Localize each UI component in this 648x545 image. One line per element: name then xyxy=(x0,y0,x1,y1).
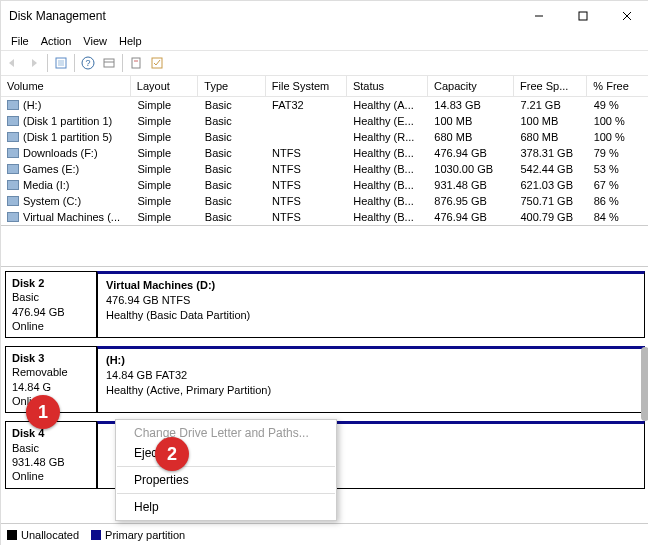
menu-eject[interactable]: Eject xyxy=(116,443,336,463)
table-row[interactable]: System (C:)SimpleBasicNTFSHealthy (B...8… xyxy=(1,193,648,209)
annotation-marker-1: 1 xyxy=(26,395,60,429)
legend: Unallocated Primary partition xyxy=(1,523,648,545)
column-pct-free[interactable]: % Free xyxy=(587,76,648,96)
svg-rect-8 xyxy=(104,59,114,67)
svg-rect-10 xyxy=(132,58,140,68)
table-row[interactable]: (H:)SimpleBasicFAT32Healthy (A...14.83 G… xyxy=(1,97,648,113)
table-row[interactable]: (Disk 1 partition 5)SimpleBasicHealthy (… xyxy=(1,129,648,145)
column-volume[interactable]: Volume xyxy=(1,76,131,96)
column-status[interactable]: Status xyxy=(347,76,428,96)
minimize-button[interactable] xyxy=(517,1,561,31)
refresh-icon[interactable] xyxy=(51,53,71,73)
legend-unallocated: Unallocated xyxy=(7,529,79,541)
back-button xyxy=(3,53,23,73)
context-separator xyxy=(117,493,335,494)
table-row[interactable]: (Disk 1 partition 1)SimpleBasicHealthy (… xyxy=(1,113,648,129)
table-row[interactable]: Downloads (F:)SimpleBasicNTFSHealthy (B.… xyxy=(1,145,648,161)
disk-management-window: Disk Management File Action View Help ? … xyxy=(0,0,648,545)
menubar: File Action View Help xyxy=(1,31,648,50)
forward-button xyxy=(24,53,44,73)
action-icon[interactable] xyxy=(126,53,146,73)
table-row[interactable]: Virtual Machines (...SimpleBasicNTFSHeal… xyxy=(1,209,648,225)
svg-rect-1 xyxy=(579,12,587,20)
check-icon[interactable] xyxy=(147,53,167,73)
window-title: Disk Management xyxy=(9,9,517,23)
menu-change-drive-letter: Change Drive Letter and Paths... xyxy=(116,423,336,443)
titlebar: Disk Management xyxy=(1,1,648,31)
column-layout[interactable]: Layout xyxy=(131,76,199,96)
volume-list: Volume Layout Type File System Status Ca… xyxy=(1,76,648,226)
table-row[interactable]: Media (I:)SimpleBasicNTFSHealthy (B...93… xyxy=(1,177,648,193)
volume-header: Volume Layout Type File System Status Ca… xyxy=(1,76,648,97)
menu-help[interactable]: Help xyxy=(113,33,148,49)
volume-rows: (H:)SimpleBasicFAT32Healthy (A...14.83 G… xyxy=(1,97,648,225)
disk-row: Disk 3Removable14.84 GOnlin (H:)14.84 GB… xyxy=(5,346,645,413)
close-button[interactable] xyxy=(605,1,648,31)
splitter[interactable] xyxy=(1,226,648,266)
toolbar-separator xyxy=(122,54,123,72)
menu-help[interactable]: Help xyxy=(116,497,336,517)
column-capacity[interactable]: Capacity xyxy=(428,76,514,96)
svg-text:?: ? xyxy=(85,58,90,68)
disk-label[interactable]: Disk 4Basic931.48 GBOnline xyxy=(5,421,97,488)
annotation-marker-2: 2 xyxy=(155,437,189,471)
menu-properties[interactable]: Properties xyxy=(116,470,336,490)
disk-row: Disk 2Basic476.94 GBOnline Virtual Machi… xyxy=(5,271,645,338)
svg-rect-5 xyxy=(58,60,64,66)
column-filesystem[interactable]: File System xyxy=(266,76,347,96)
toolbar-separator xyxy=(47,54,48,72)
disk-label[interactable]: Disk 2Basic476.94 GBOnline xyxy=(5,271,97,338)
menu-file[interactable]: File xyxy=(5,33,35,49)
column-free-space[interactable]: Free Sp... xyxy=(514,76,587,96)
context-separator xyxy=(117,466,335,467)
maximize-button[interactable] xyxy=(561,1,605,31)
menu-view[interactable]: View xyxy=(77,33,113,49)
table-row[interactable]: Games (E:)SimpleBasicNTFSHealthy (B...10… xyxy=(1,161,648,177)
toolbar: ? xyxy=(1,50,648,76)
toolbar-separator xyxy=(74,54,75,72)
legend-primary: Primary partition xyxy=(91,529,185,541)
scrollbar-thumb[interactable] xyxy=(641,347,648,421)
partition-box[interactable]: (H:)14.84 GB FAT32Healthy (Active, Prima… xyxy=(97,346,645,413)
menu-action[interactable]: Action xyxy=(35,33,78,49)
settings-icon[interactable] xyxy=(99,53,119,73)
partition-box[interactable]: Virtual Machines (D:)476.94 GB NTFSHealt… xyxy=(97,271,645,338)
context-menu: Change Drive Letter and Paths... Eject P… xyxy=(115,419,337,521)
help-icon[interactable]: ? xyxy=(78,53,98,73)
column-type[interactable]: Type xyxy=(198,76,266,96)
